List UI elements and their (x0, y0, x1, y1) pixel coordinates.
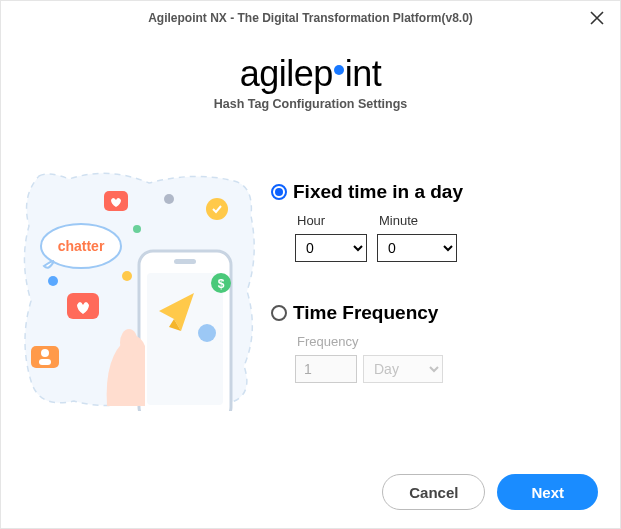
fixed-time-radio[interactable] (271, 184, 287, 200)
form-column: Fixed time in a day Hour 0 Minute 0 Time… (259, 171, 602, 423)
logo-prefix: agilep (240, 53, 333, 95)
svg-point-3 (120, 329, 138, 357)
frequency-input (295, 355, 357, 383)
svg-point-14 (164, 194, 174, 204)
logo-suffix: int (345, 53, 382, 95)
minute-field: Minute 0 (377, 213, 457, 262)
brand-logo: agilepint (240, 53, 382, 95)
svg-rect-2 (174, 259, 196, 264)
time-frequency-option[interactable]: Time Frequency (271, 302, 602, 324)
svg-point-11 (48, 276, 58, 286)
next-button[interactable]: Next (497, 474, 598, 510)
svg-point-13 (133, 225, 141, 233)
page-subtitle: Hash Tag Configuration Settings (1, 97, 620, 111)
logo-block: agilepint Hash Tag Configuration Setting… (1, 53, 620, 111)
content: chatter $ Fixed time in a day (1, 171, 620, 423)
frequency-label: Frequency (295, 334, 443, 349)
time-frequency-radio[interactable] (271, 305, 287, 321)
fixed-time-option[interactable]: Fixed time in a day (271, 181, 602, 203)
frequency-field: Frequency Day (295, 334, 443, 383)
illustration: chatter $ (19, 171, 259, 411)
time-frequency-group: Time Frequency Frequency Day (271, 302, 602, 383)
minute-label: Minute (377, 213, 457, 228)
svg-point-7 (206, 198, 228, 220)
fixed-time-label: Fixed time in a day (293, 181, 463, 203)
hour-label: Hour (295, 213, 367, 228)
cancel-button[interactable]: Cancel (382, 474, 485, 510)
svg-point-16 (41, 349, 49, 357)
titlebar: Agilepoint NX - The Digital Transformati… (1, 1, 620, 35)
time-frequency-label: Time Frequency (293, 302, 438, 324)
svg-point-12 (122, 271, 132, 281)
svg-text:$: $ (218, 277, 225, 291)
frequency-unit-select: Day (363, 355, 443, 383)
svg-point-10 (198, 324, 216, 342)
time-frequency-fields: Frequency Day (271, 334, 602, 383)
fixed-time-group: Fixed time in a day Hour 0 Minute 0 (271, 181, 602, 262)
logo-dot-icon (334, 65, 344, 75)
window-title: Agilepoint NX - The Digital Transformati… (148, 11, 473, 25)
minute-select[interactable]: 0 (377, 234, 457, 262)
hour-field: Hour 0 (295, 213, 367, 262)
svg-rect-17 (39, 359, 51, 365)
hour-select[interactable]: 0 (295, 234, 367, 262)
fixed-time-fields: Hour 0 Minute 0 (271, 213, 602, 262)
chatter-text: chatter (58, 238, 105, 254)
footer-buttons: Cancel Next (382, 474, 598, 510)
close-icon[interactable] (586, 7, 608, 29)
